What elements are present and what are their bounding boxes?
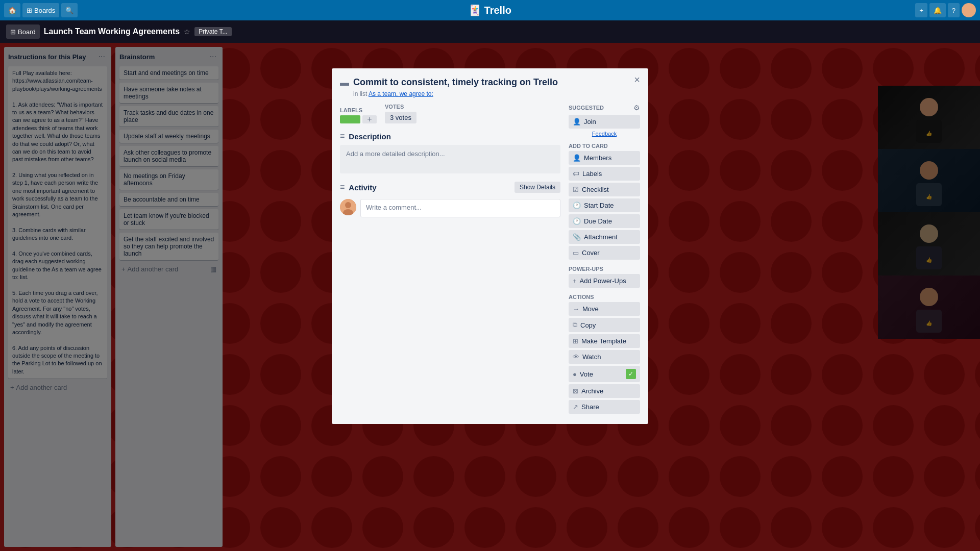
checklist-icon: ☑ (573, 186, 579, 193)
votes-count-button[interactable]: 3 votes (385, 112, 416, 123)
attachment-label: Attachment (584, 233, 618, 241)
vote-check-icon: ✓ (626, 369, 636, 379)
modal-sidebar: SUGGESTED ⚙ 👤 Join Feedback ADD TO CARD … (569, 104, 640, 416)
modal-overlay: × ▬ Commit to consistent, timely trackin… (0, 43, 980, 551)
make-template-label: Make Template (581, 337, 626, 345)
watch-label: Watch (582, 353, 601, 361)
board-content: Instructions for this Play ··· Full Play… (0, 43, 980, 551)
labels-button[interactable]: 🏷 Labels (569, 167, 640, 181)
vote-button[interactable]: ● Vote ✓ (569, 366, 640, 382)
move-button[interactable]: → Move (569, 302, 640, 316)
members-button[interactable]: 👤 Members (569, 151, 640, 165)
activity-section: ≡ Activity Show Details (340, 182, 560, 217)
boards-button[interactable]: ⊞ Boards (22, 3, 59, 17)
labels-group: LABELS + (340, 107, 377, 123)
modal-close-button[interactable]: × (630, 72, 644, 87)
copy-icon: ⧉ (573, 321, 577, 329)
add-label-button[interactable]: + (362, 115, 377, 123)
board-icon: ⊞ (10, 28, 16, 36)
actions-title: ACTIONS (569, 294, 640, 300)
share-label: Share (581, 403, 599, 411)
modal-list-link[interactable]: As a team, we agree to: (369, 90, 433, 97)
board-title: Launch Team Working Agreements (44, 27, 180, 36)
copy-label: Copy (580, 321, 596, 329)
checklist-button[interactable]: ☑ Checklist (569, 183, 640, 196)
add-power-up-button[interactable]: + Add Power-Ups (569, 274, 640, 288)
share-button[interactable]: ↗ Share (569, 400, 640, 414)
modal-title: Commit to consistent, timely tracking on… (353, 77, 640, 88)
avatar-button[interactable] (962, 3, 976, 17)
modal-header: ▬ Commit to consistent, timely tracking … (340, 77, 640, 88)
add-button[interactable]: + (915, 3, 927, 17)
archive-label: Archive (581, 387, 603, 395)
labels-row: + (340, 115, 377, 123)
tag-icon: 🏷 (573, 170, 579, 178)
description-title: Description (349, 132, 391, 141)
labels-votes-row: LABELS + VOTES 3 votes (340, 104, 560, 123)
copy-button[interactable]: ⧉ Copy (569, 318, 640, 332)
description-icon: ≡ (340, 132, 345, 141)
members-label: Members (584, 154, 611, 162)
home-button[interactable]: 🏠 (4, 3, 20, 17)
add-to-card-title: ADD TO CARD (569, 143, 640, 149)
attachment-icon: 📎 (573, 233, 581, 241)
modal-main: LABELS + VOTES 3 votes ≡ (340, 104, 560, 416)
star-icon[interactable]: ☆ (184, 28, 190, 36)
search-button[interactable]: 🔍 (61, 3, 78, 17)
due-date-label: Due Date (584, 217, 612, 225)
watch-button[interactable]: 👁 Watch (569, 350, 640, 364)
feedback-link[interactable]: Feedback (569, 131, 640, 137)
move-icon: → (573, 305, 579, 313)
move-label: Move (582, 305, 599, 313)
due-date-button[interactable]: 🕐 Due Date (569, 214, 640, 228)
suggested-title: SUGGESTED (569, 105, 604, 111)
activity-input-area: Write a comment... (340, 199, 560, 217)
person-icon: 👤 (573, 154, 581, 162)
attachment-button[interactable]: 📎 Attachment (569, 230, 640, 244)
description-placeholder[interactable]: Add a more detailed description... (340, 145, 560, 173)
activity-input-row: Write a comment... (340, 199, 560, 217)
vote-label: Vote (580, 370, 593, 378)
help-button[interactable]: ? (948, 3, 960, 17)
start-date-button[interactable]: 🕐 Start Date (569, 198, 640, 212)
labels-label: Labels (582, 170, 602, 178)
plus-icon: + (573, 277, 577, 285)
start-date-label: Start Date (584, 202, 614, 209)
topbar-right: + 🔔 ? (915, 3, 976, 17)
modal-body: LABELS + VOTES 3 votes ≡ (340, 104, 640, 416)
vote-icon: ● (573, 370, 577, 378)
clock-icon: 🕐 (573, 217, 581, 225)
votes-group: VOTES 3 votes (385, 104, 416, 123)
notification-button[interactable]: 🔔 (929, 3, 946, 17)
archive-icon: ⊠ (573, 387, 578, 395)
board-view-button[interactable]: ⊞ Board (6, 24, 40, 39)
power-ups-title: POWER-UPS (569, 266, 640, 272)
gear-icon[interactable]: ⚙ (633, 104, 640, 112)
votes-title: VOTES (385, 104, 416, 110)
archive-button[interactable]: ⊠ Archive (569, 384, 640, 398)
join-button[interactable]: 👤 Join (569, 115, 640, 129)
make-template-button[interactable]: ⊞ Make Template (569, 334, 640, 348)
cover-label: Cover (582, 249, 600, 257)
share-icon: ↗ (573, 403, 578, 411)
activity-title: Activity (349, 183, 376, 192)
checklist-label: Checklist (582, 186, 609, 193)
clock-icon: 🕐 (573, 202, 581, 209)
green-label[interactable] (340, 115, 360, 123)
cover-button[interactable]: ▭ Cover (569, 246, 640, 260)
board-header: ⊞ Board Launch Team Working Agreements ☆… (0, 20, 980, 43)
add-power-up-label: Add Power-Ups (580, 277, 626, 285)
activity-header-left: ≡ Activity (340, 183, 377, 192)
topbar: 🏠 ⊞ Boards 🔍 🃏 Trello + 🔔 ? (0, 0, 980, 20)
svg-point-1 (345, 202, 351, 208)
person-icon: 👤 (573, 118, 581, 126)
comment-input[interactable]: Write a comment... (360, 199, 560, 217)
eye-icon: 👁 (573, 353, 579, 361)
board-tag: Private T... (194, 27, 231, 36)
show-details-button[interactable]: Show Details (514, 182, 560, 193)
modal-list-ref: in list As a team, we agree to: (353, 90, 640, 97)
description-header: ≡ Description (340, 132, 560, 141)
card-detail-modal: × ▬ Commit to consistent, timely trackin… (332, 68, 648, 424)
template-icon: ⊞ (573, 337, 578, 345)
user-avatar (340, 199, 356, 215)
